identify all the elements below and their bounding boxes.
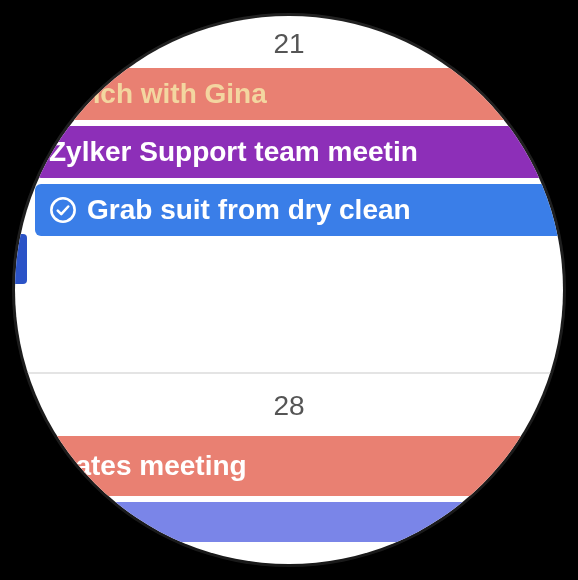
event-title: Zylker Support team meetin bbox=[49, 136, 418, 168]
check-circle-icon bbox=[49, 196, 77, 224]
week-divider bbox=[15, 372, 563, 374]
calendar-event-dry-cleaning[interactable]: Grab suit from dry clean bbox=[35, 184, 563, 236]
event-color-bar bbox=[15, 68, 27, 178]
calendar-event-lunch[interactable]: Lunch with Gina bbox=[35, 68, 563, 120]
event-title: legates meeting bbox=[35, 450, 247, 482]
calendar-event-zylker-meeting[interactable]: Zylker Support team meetin bbox=[35, 126, 563, 178]
event-title: Lunch with Gina bbox=[49, 78, 267, 110]
day-number-21[interactable]: 21 bbox=[15, 20, 563, 66]
calendar-event-delegates-meeting[interactable]: legates meeting bbox=[15, 436, 563, 496]
event-color-bar bbox=[15, 234, 27, 284]
svg-point-0 bbox=[51, 198, 74, 221]
day-number-28[interactable]: 28 bbox=[15, 382, 563, 428]
day-21-events: Lunch with Gina Zylker Support team meet… bbox=[15, 68, 563, 242]
calendar-event-partial[interactable] bbox=[15, 502, 563, 542]
calendar-zoom-lens: 21 Lunch with Gina Zylker Support team m… bbox=[15, 16, 563, 564]
event-title: Grab suit from dry clean bbox=[87, 194, 411, 226]
day-28-events: legates meeting bbox=[15, 436, 563, 548]
calendar-content: 21 Lunch with Gina Zylker Support team m… bbox=[15, 16, 563, 564]
